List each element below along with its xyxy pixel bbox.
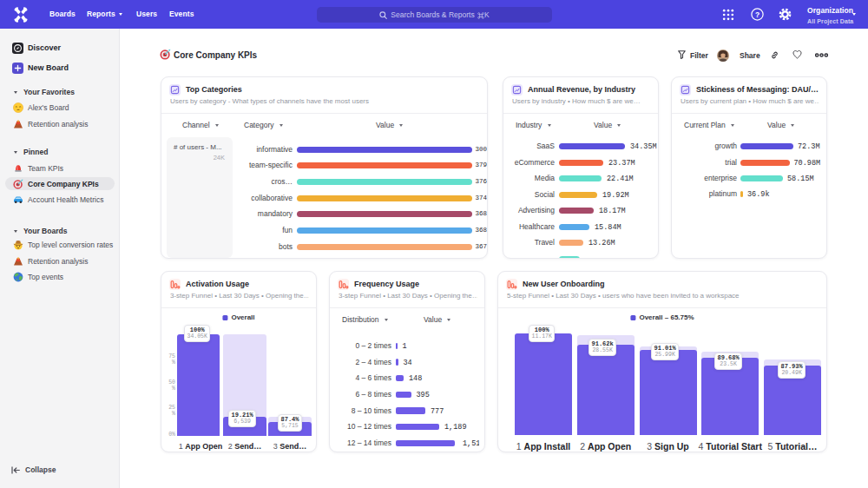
svg-text:?: ? [755,10,760,19]
